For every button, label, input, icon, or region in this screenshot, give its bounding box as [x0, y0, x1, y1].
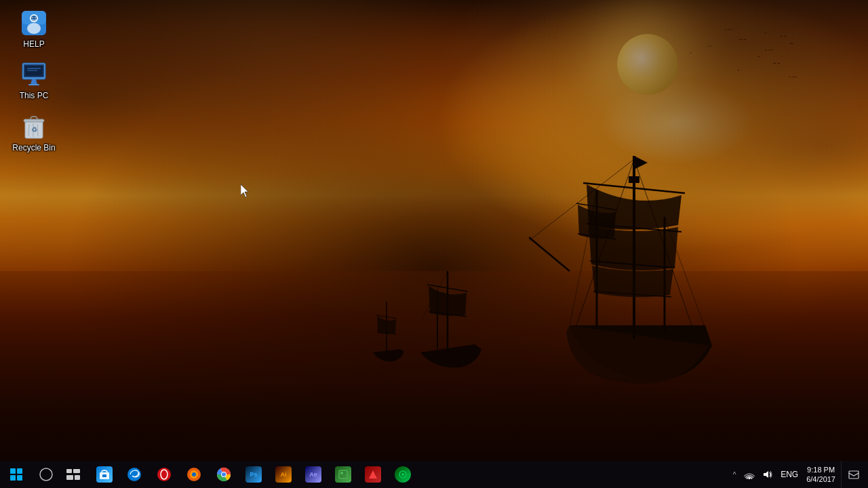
svg-rect-46	[66, 475, 73, 480]
taskbar-app-store[interactable]	[90, 461, 119, 488]
ship-small1	[407, 258, 488, 393]
desktop-icons: HELP This PC	[7, 7, 61, 155]
lang-label: ENG	[781, 470, 798, 479]
help-icon-label: HELP	[23, 39, 44, 49]
taskbar-app-greenapp2[interactable]	[388, 461, 418, 488]
clock-date: 6/4/2017	[806, 474, 835, 484]
search-button[interactable]	[33, 461, 60, 488]
taskbar-apps: Ps Ai Ae	[90, 461, 418, 488]
svg-point-30	[35, 17, 36, 18]
notification-icon	[848, 469, 859, 480]
svg-point-58	[222, 472, 226, 476]
illustrator-icon: Ai	[275, 466, 292, 483]
volume-tray-icon[interactable]	[759, 461, 778, 488]
taskbar-app-opera[interactable]	[149, 461, 179, 488]
recycle-icon: ♻	[20, 113, 47, 140]
taskbar-app-firefox[interactable]	[179, 461, 209, 488]
language-indicator[interactable]: ENG	[778, 461, 801, 488]
svg-rect-45	[73, 469, 80, 473]
svg-point-63	[749, 478, 751, 480]
svg-rect-47	[75, 475, 80, 480]
clock-area[interactable]: 9:18 PM 6/4/2017	[801, 461, 841, 488]
chrome-icon	[216, 466, 232, 483]
clock-time: 9:18 PM	[807, 465, 835, 474]
svg-rect-44	[66, 469, 72, 473]
network-tray-icon[interactable]	[740, 461, 759, 488]
ship-main	[529, 136, 746, 420]
firefox-icon	[186, 466, 202, 483]
svg-point-55	[192, 472, 196, 476]
ship-small2	[366, 295, 407, 383]
photoshop-icon: Ps	[245, 466, 262, 483]
recycle-icon-label: Recycle Bin	[12, 143, 55, 152]
network-icon	[744, 470, 755, 479]
moon	[617, 34, 678, 95]
desktop-icon-thispc[interactable]: This PC	[7, 58, 61, 103]
taskbar-app-edge[interactable]	[119, 461, 149, 488]
svg-rect-33	[25, 66, 43, 76]
tray-expand-button[interactable]: ^	[729, 461, 740, 488]
thispc-icon-label: This PC	[20, 91, 49, 100]
green-app-icon	[335, 466, 351, 483]
search-circle-icon	[39, 468, 53, 481]
taskbar-app-chrome[interactable]	[209, 461, 239, 488]
desktop-icon-recycle[interactable]: ♻ Recycle Bin	[7, 110, 61, 155]
thispc-icon	[20, 61, 47, 88]
svg-point-27	[27, 23, 41, 34]
taskbar-app-greenapp[interactable]	[328, 461, 358, 488]
opera-icon	[156, 466, 172, 483]
green-app2-icon	[395, 466, 411, 483]
volume-icon	[763, 470, 774, 479]
task-view-button[interactable]	[60, 461, 87, 488]
svg-rect-49	[102, 474, 106, 477]
taskbar-app-aftereffects[interactable]: Ae	[298, 461, 328, 488]
svg-rect-36	[28, 84, 39, 85]
svg-text:♻: ♻	[31, 126, 37, 134]
svg-rect-60	[340, 472, 343, 474]
red-app-icon	[365, 466, 381, 483]
store-icon	[96, 466, 113, 483]
svg-point-62	[401, 473, 404, 476]
svg-rect-64	[849, 471, 859, 479]
help-icon	[20, 9, 47, 37]
taskbar-app-photoshop[interactable]: Ps	[239, 461, 269, 488]
svg-rect-41	[24, 119, 44, 122]
svg-line-3	[529, 237, 570, 271]
taskbar-app-illustrator[interactable]: Ai	[269, 461, 298, 488]
notification-button[interactable]	[841, 461, 865, 488]
taskbar-app-redapp[interactable]	[358, 461, 388, 488]
windows-logo-icon	[10, 468, 22, 481]
system-tray: ^ ENG 9:18	[729, 461, 868, 488]
desktop-icon-help[interactable]: HELP	[7, 7, 61, 52]
desktop: ⌢ ⌢ ⌢ ⌢ ⌢ ⌢ ⌢ ⌢ ⌢ ⌢ ⌢ ⌢ ⌢ ⌢ ⌢ ⌢ ⌢ ⌢ ⌢ ⌢ …	[0, 0, 868, 488]
task-view-icon	[66, 469, 80, 480]
taskbar: Ps Ai Ae	[0, 461, 868, 488]
start-button[interactable]	[0, 461, 33, 488]
edge-icon	[126, 466, 142, 483]
svg-point-29	[32, 17, 33, 18]
svg-point-43	[40, 468, 52, 481]
aftereffects-icon: Ae	[305, 466, 321, 483]
svg-rect-15	[629, 176, 639, 183]
